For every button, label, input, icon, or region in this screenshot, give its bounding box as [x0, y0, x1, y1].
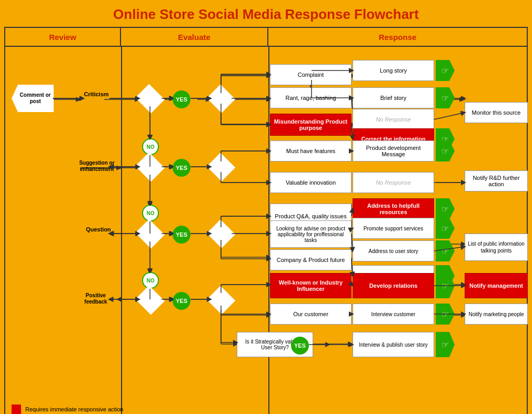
positive-feedback-label: Positive feedback: [75, 292, 117, 305]
complaint-box: Complaint: [270, 64, 352, 85]
eval-diamond-3: [207, 219, 235, 248]
yes-circle-5: YES: [291, 337, 309, 355]
page-title: Online Store Social Media Response Flowc…: [0, 0, 532, 27]
valuable-box: Valuable innovation: [270, 172, 352, 193]
diamond-suggestion: [135, 153, 165, 182]
eval-diamond-4: [207, 286, 235, 314]
column-headers: Review Evaluate Response: [5, 28, 527, 47]
col-header-evaluate: Evaluate: [121, 28, 268, 46]
yes-circle-2: YES: [173, 159, 190, 177]
product-dev-box: Product development Message: [353, 140, 434, 161]
misunderstanding-label: Misunderstanding Product purpose: [273, 118, 349, 131]
comment-post-shape: Comment or post: [12, 85, 54, 112]
brief-story-box: Brief story: [353, 87, 434, 108]
notify-management-label: Notify management: [469, 282, 523, 289]
address-user-box: Address to user story: [353, 240, 434, 261]
yes-circle-4: YES: [173, 292, 190, 310]
well-known-box: Well-known or Industry Influencer: [270, 273, 352, 298]
no-response-1-box: No Response: [353, 109, 434, 130]
misunderstanding-box: Misunderstanding Product purpose: [270, 114, 352, 136]
develop-relations-box: Develop relations: [353, 273, 434, 298]
interview-publish-box: Interview & publish user story: [353, 332, 434, 357]
no-circle-3: NO: [142, 272, 159, 289]
eval-diamond-2: [207, 153, 235, 181]
notify-management-box: Notify management: [465, 273, 528, 298]
develop-relations-label: Develop relations: [369, 282, 418, 289]
address-helpful-label: Address to helpfull resources: [355, 203, 431, 215]
col-divider-2: [268, 47, 269, 414]
legend-red-box: [12, 405, 21, 414]
flowchart-container: Review Evaluate Response: [4, 27, 528, 414]
yes-circle-1: YES: [173, 90, 190, 108]
our-customer-box: Our customer: [270, 304, 352, 325]
content-area: Comment or post Criticism YES NO Suggest…: [5, 47, 527, 414]
long-story-hand: ☞: [436, 60, 455, 81]
must-have-box: Must have features: [270, 140, 352, 161]
comment-post-label: Comment or post: [17, 92, 54, 105]
question-label: Question: [85, 226, 112, 233]
long-story-box: Long story: [353, 60, 434, 81]
list-public-box: List of public information talking point…: [465, 234, 528, 261]
col-divider-1: [121, 47, 122, 414]
company-product-box: Company & Product future: [270, 249, 352, 270]
no-circle-1: NO: [142, 138, 159, 155]
eval-diamond-1: [207, 84, 235, 113]
diamond-criticism: [135, 84, 165, 114]
col-header-review: Review: [5, 28, 121, 46]
yes-circle-3: YES: [173, 226, 190, 244]
criticism-label: Criticism: [83, 91, 109, 97]
looking-advise-box: Looking for advise on product applicabil…: [270, 220, 352, 248]
address-user-hand: ☞: [436, 240, 455, 261]
no-circle-2: NO: [142, 205, 159, 221]
legend: Requires immediate responsive action: [12, 405, 123, 414]
promote-support-box: Promote support services: [353, 218, 434, 239]
interview-publish-hand: ☞: [436, 332, 455, 357]
well-known-label: Well-known or Industry Influencer: [273, 279, 349, 292]
rant-box: Rant, rage, bashing: [270, 87, 352, 108]
no-response-2-box: No Response: [353, 172, 434, 193]
diamond-positive: [135, 286, 165, 315]
notify-rd-box: Notify R&D further action: [465, 170, 528, 191]
suggestion-label: Suggestion or enhancement: [79, 160, 115, 173]
address-helpful-box: Address to helpfull resources: [353, 198, 434, 219]
col-header-response: Response: [268, 28, 527, 46]
brief-story-hand: ☞: [436, 87, 455, 108]
promote-support-hand: ☞: [436, 218, 455, 239]
notify-marketing-box: Notify marketing people: [465, 304, 528, 325]
monitor-source-box: Monitor this source: [465, 102, 528, 123]
legend-text: Requires immediate responsive action: [25, 406, 123, 412]
address-helpful-hand: ☞: [436, 198, 455, 219]
interview-customer-hand: ☞: [436, 304, 455, 325]
diamond-question: [135, 219, 165, 249]
svg-line-99: [434, 113, 465, 119]
interview-customer-box: Interview customer: [353, 304, 434, 325]
